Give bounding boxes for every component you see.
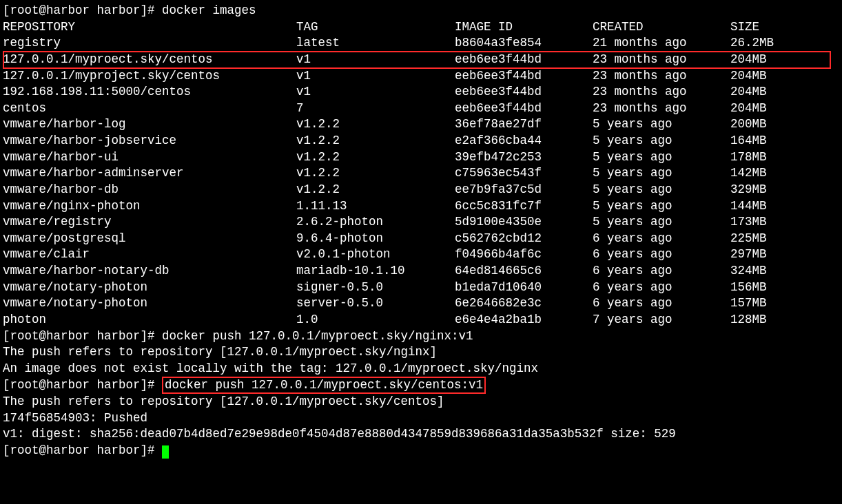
prompt: [root@harbor harbor]# bbox=[3, 378, 162, 392]
cell-repo: vmware/harbor-adminserver bbox=[3, 165, 296, 182]
cell-size: 200MB bbox=[730, 116, 839, 133]
cell-id: eeb6ee3f44bd bbox=[455, 68, 593, 85]
images-header: REPOSITORY TAG IMAGE ID CREATED SIZE bbox=[3, 19, 839, 36]
cell-id: c562762cbd12 bbox=[455, 231, 593, 247]
cell-id: c75963ec543f bbox=[455, 165, 593, 182]
cell-size: 156MB bbox=[730, 280, 839, 296]
col-created: CREATED bbox=[593, 19, 730, 36]
cell-tag: 7 bbox=[296, 101, 455, 117]
cell-tag: latest bbox=[296, 35, 455, 52]
cell-repo: vmware/harbor-notary-db bbox=[3, 263, 296, 280]
output-line: 174f56854903: Pushed bbox=[3, 410, 839, 427]
cell-repo: vmware/harbor-db bbox=[3, 182, 296, 198]
table-row: photon 1.0 e6e4e4a2ba1b 7 years ago 128M… bbox=[3, 312, 839, 328]
cell-repo: vmware/harbor-log bbox=[3, 116, 296, 133]
command: docker push 127.0.0.1/myproect.sky/nginx… bbox=[162, 329, 473, 343]
cell-id: f04966b4af6c bbox=[455, 246, 593, 263]
output-line: An image does not exist locally with the… bbox=[3, 361, 839, 377]
table-row: vmware/notary-photon server-0.5.0 6e2646… bbox=[3, 295, 839, 312]
table-row: vmware/nginx-photon 1.11.13 6cc5c831fc7f… bbox=[3, 198, 839, 215]
table-row: centos 7 eeb6ee3f44bd 23 months ago 204M… bbox=[3, 101, 839, 117]
cell-id: e2af366cba44 bbox=[455, 133, 593, 149]
cell-size: 178MB bbox=[730, 149, 839, 166]
cell-id: eeb6ee3f44bd bbox=[455, 52, 593, 68]
col-repo: REPOSITORY bbox=[3, 19, 296, 36]
cell-id: eeb6ee3f44bd bbox=[455, 84, 593, 101]
cell-created: 6 years ago bbox=[593, 231, 730, 247]
cell-id: b1eda7d10640 bbox=[455, 280, 593, 296]
cursor-icon bbox=[162, 445, 169, 459]
cell-id: 6e2646682e3c bbox=[455, 295, 593, 312]
cell-repo: vmware/harbor-jobservice bbox=[3, 133, 296, 149]
table-row: vmware/notary-photon signer-0.5.0 b1eda7… bbox=[3, 280, 839, 296]
cell-tag: v1 bbox=[296, 52, 455, 68]
cell-created: 23 months ago bbox=[593, 52, 730, 68]
table-row: vmware/harbor-log v1.2.2 36ef78ae27df 5 … bbox=[3, 116, 839, 133]
output-line: v1: digest: sha256:dead07b4d8ed7e29e98de… bbox=[3, 426, 839, 443]
output-line: The push refers to repository [127.0.0.1… bbox=[3, 344, 839, 361]
cell-size: 225MB bbox=[730, 231, 839, 247]
cell-id: b8604a3fe854 bbox=[455, 35, 593, 52]
cell-created: 7 years ago bbox=[593, 312, 730, 328]
cell-repo: 127.0.0.1/myproject.sky/centos bbox=[3, 68, 296, 85]
cell-created: 23 months ago bbox=[593, 101, 730, 117]
table-row: vmware/harbor-ui v1.2.2 39efb472c253 5 y… bbox=[3, 149, 839, 166]
cell-id: 36ef78ae27df bbox=[455, 116, 593, 133]
cell-repo: vmware/notary-photon bbox=[3, 295, 296, 312]
cell-repo: vmware/postgresql bbox=[3, 231, 296, 247]
table-row: vmware/harbor-db v1.2.2 ee7b9fa37c5d 5 y… bbox=[3, 182, 839, 198]
cell-tag: v1.2.2 bbox=[296, 133, 455, 149]
cell-repo: vmware/registry bbox=[3, 214, 296, 231]
cell-created: 23 months ago bbox=[593, 68, 730, 85]
col-tag: TAG bbox=[296, 19, 455, 36]
col-id: IMAGE ID bbox=[455, 19, 593, 36]
cell-size: 157MB bbox=[730, 295, 839, 312]
cell-created: 5 years ago bbox=[593, 198, 730, 215]
cell-tag: 2.6.2-photon bbox=[296, 214, 455, 231]
cell-id: ee7b9fa37c5d bbox=[455, 182, 593, 198]
command: docker images bbox=[162, 3, 256, 17]
cell-id: 64ed814665c6 bbox=[455, 263, 593, 280]
prompt: [root@harbor harbor]# bbox=[3, 443, 162, 457]
cell-created: 23 months ago bbox=[593, 84, 730, 101]
cell-size: 297MB bbox=[730, 246, 839, 263]
cell-repo: 127.0.0.1/myproect.sky/centos bbox=[3, 52, 296, 68]
cell-created: 6 years ago bbox=[593, 295, 730, 312]
cell-size: 142MB bbox=[730, 165, 839, 182]
cell-created: 6 years ago bbox=[593, 263, 730, 280]
cell-created: 21 months ago bbox=[593, 35, 730, 52]
cell-size: 204MB bbox=[730, 68, 839, 85]
cell-created: 5 years ago bbox=[593, 116, 730, 133]
cell-size: 204MB bbox=[730, 101, 839, 117]
terminal-line: [root@harbor harbor]# docker push 127.0.… bbox=[3, 328, 839, 345]
cell-tag: 9.6.4-photon bbox=[296, 231, 455, 247]
cell-tag: mariadb-10.1.10 bbox=[296, 263, 455, 280]
cell-tag: v1.2.2 bbox=[296, 149, 455, 166]
cell-repo: 192.168.198.11:5000/centos bbox=[3, 84, 296, 101]
table-row: vmware/harbor-jobservice v1.2.2 e2af366c… bbox=[3, 133, 839, 149]
cell-size: 204MB bbox=[730, 52, 839, 68]
cell-id: eeb6ee3f44bd bbox=[455, 101, 593, 117]
cell-tag: 1.0 bbox=[296, 312, 455, 328]
table-row: vmware/postgresql 9.6.4-photon c562762cb… bbox=[3, 231, 839, 247]
cell-created: 6 years ago bbox=[593, 280, 730, 296]
cell-tag: v1.2.2 bbox=[296, 182, 455, 198]
table-row: vmware/registry 2.6.2-photon 5d9100e4350… bbox=[3, 214, 839, 231]
cell-size: 164MB bbox=[730, 133, 839, 149]
command: docker push 127.0.0.1/myproect.sky/cento… bbox=[165, 378, 483, 392]
cell-size: 144MB bbox=[730, 198, 839, 215]
cell-created: 5 years ago bbox=[593, 182, 730, 198]
cell-tag: v2.0.1-photon bbox=[296, 246, 455, 263]
table-row: 127.0.0.1/myproject.sky/centos v1 eeb6ee… bbox=[3, 68, 839, 85]
cell-id: 39efb472c253 bbox=[455, 149, 593, 166]
table-row: vmware/harbor-adminserver v1.2.2 c75963e… bbox=[3, 165, 839, 182]
cell-created: 5 years ago bbox=[593, 133, 730, 149]
highlight-box: docker push 127.0.0.1/myproect.sky/cento… bbox=[162, 377, 486, 393]
cell-id: 6cc5c831fc7f bbox=[455, 198, 593, 215]
cell-size: 204MB bbox=[730, 84, 839, 101]
terminal-line[interactable]: [root@harbor harbor]# bbox=[3, 443, 839, 459]
cell-tag: 1.11.13 bbox=[296, 198, 455, 215]
prompt: [root@harbor harbor]# bbox=[3, 3, 162, 17]
cell-tag: server-0.5.0 bbox=[296, 295, 455, 312]
cell-repo: vmware/notary-photon bbox=[3, 280, 296, 296]
